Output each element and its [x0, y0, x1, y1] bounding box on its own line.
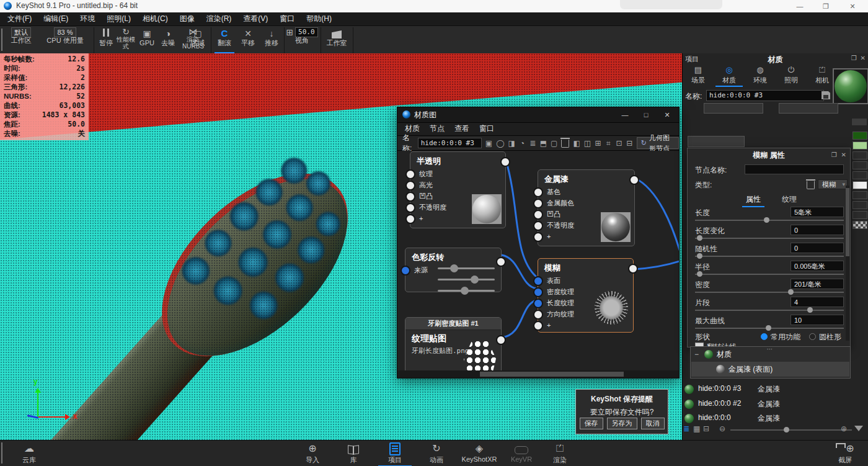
tab-properties[interactable]: 属性	[742, 193, 764, 207]
dolly-button[interactable]: ↓ 推移	[260, 27, 283, 53]
menu-edit[interactable]: 编辑(E)	[43, 14, 68, 24]
node-name-input[interactable]	[745, 164, 844, 174]
material-list-item[interactable]: hide:0:0:0 #3 金属漆	[682, 382, 868, 397]
input-port[interactable]	[533, 298, 543, 308]
ungroup-nodes-icon[interactable]: ◫	[584, 139, 591, 148]
output-port[interactable]	[628, 264, 638, 274]
field-slider[interactable]	[695, 274, 844, 275]
tree-item-material[interactable]: − 材质	[691, 347, 850, 362]
vertical-scrollbar[interactable]	[846, 186, 849, 341]
input-port[interactable]	[405, 203, 415, 213]
horizontal-scrollbar[interactable]	[397, 370, 679, 378]
tree-item-metallic-paint[interactable]: 金属漆 (表面)	[691, 362, 849, 377]
texture-node-icon[interactable]: ◨	[508, 139, 515, 148]
show-preview-icon[interactable]: ⊞	[595, 139, 601, 148]
field-input[interactable]: 0.005毫米	[790, 261, 844, 271]
field-input[interactable]: 4	[790, 297, 844, 307]
material-list-item[interactable]: hide:0:0:0 金属漆	[682, 411, 868, 426]
tab-lighting[interactable]: ⏻ 照明	[776, 65, 807, 86]
cancel-button[interactable]: 取消	[641, 418, 665, 429]
cloud-library-button[interactable]: ☁ 云库	[9, 441, 50, 466]
filter-icon[interactable]	[854, 426, 863, 436]
lock-icon[interactable]: ⬒	[540, 139, 547, 148]
shape-radio-cylinder[interactable]	[809, 333, 816, 340]
animation-node-icon[interactable]: ◔	[519, 139, 526, 148]
workspace-selector[interactable]: 默认 工作区	[5, 27, 37, 53]
float-panel-icon[interactable]: ❐	[831, 148, 837, 162]
input-port[interactable]	[533, 199, 543, 208]
menu-environment[interactable]: 环境	[80, 14, 95, 24]
menu-window[interactable]: 窗口	[280, 14, 294, 24]
color-swatch[interactable]	[852, 132, 867, 140]
color-swatch[interactable]	[852, 221, 867, 229]
input-port[interactable]	[533, 221, 543, 231]
keyshotxr-button[interactable]: ◈ KeyShotXR	[456, 441, 502, 466]
save-button[interactable]: 保存	[580, 418, 603, 429]
multi-material-button[interactable]	[779, 103, 838, 114]
menu-image[interactable]: 图像	[180, 14, 195, 24]
field-slider[interactable]	[695, 292, 844, 293]
geometry-node-button[interactable]: ↻ 几何图形节点	[637, 137, 679, 149]
delete-node-icon[interactable]	[807, 181, 815, 189]
color-swatch[interactable]	[852, 141, 867, 150]
cpu-usage-value[interactable]: 83 %	[54, 27, 76, 37]
save-material-icon[interactable]	[822, 91, 830, 99]
menu-file[interactable]: 文件(F)	[7, 14, 32, 24]
render-button[interactable]: ⏍ 渲染	[539, 441, 580, 466]
swatch-strip[interactable]	[852, 132, 867, 229]
restore-button[interactable]: ❐	[815, 0, 836, 12]
input-port[interactable]	[533, 232, 543, 242]
swatch-dropdown[interactable]	[851, 118, 867, 126]
close-button[interactable]: ✕	[658, 109, 676, 121]
mg-menu-node[interactable]: 节点	[430, 123, 445, 134]
cpu-usage-selector[interactable]: 83 % CPU 使用量	[38, 27, 92, 53]
input-port[interactable]	[533, 310, 543, 320]
menu-render[interactable]: 渲染(R)	[206, 14, 232, 24]
zoom-in-icon[interactable]: ⊕	[841, 424, 847, 433]
denoise-button[interactable]: ◑ 去噪	[158, 27, 178, 53]
keyvr-button[interactable]: KeyVR	[501, 441, 542, 466]
dock-drag-handle[interactable]	[1, 442, 2, 464]
menu-lighting[interactable]: 照明(L)	[107, 14, 131, 24]
save-as-button[interactable]: 另存为	[607, 418, 637, 429]
field-input[interactable]: 0	[790, 243, 844, 253]
delete-icon[interactable]	[561, 138, 569, 148]
type-dropdown[interactable]: 模糊	[818, 179, 848, 189]
minimize-button[interactable]: —	[789, 0, 810, 12]
output-port[interactable]	[500, 157, 510, 167]
list-view-icon[interactable]: ≣	[683, 424, 689, 433]
tab-material[interactable]: ◎ 材质	[714, 65, 745, 86]
scrollbar-thumb[interactable]	[846, 188, 849, 256]
color-swatch[interactable]	[852, 191, 867, 199]
material-list-item[interactable]: hide:0:0:0 #2 金属漆	[682, 397, 868, 411]
node-texture-map[interactable]: 牙刷密度贴图 #1 纹理贴图 牙刷长度贴图.png	[405, 317, 502, 370]
input-port[interactable]	[533, 276, 543, 286]
color-swatch[interactable]	[852, 211, 867, 219]
group-nodes-icon[interactable]: ◧	[573, 139, 580, 148]
field-input[interactable]: 5毫米	[790, 207, 844, 217]
region-button[interactable]: ▢ 区域	[188, 27, 208, 53]
zoom-out-icon[interactable]: ⊖	[719, 424, 725, 433]
node-fuzz[interactable]: 模糊 表面 密度纹理 长度纹理 方向纹理 +	[538, 258, 634, 333]
utility-node-icon[interactable]: ≣	[529, 139, 536, 148]
tab-scene[interactable]: ▤ 场景	[683, 65, 714, 86]
color-swatch[interactable]	[852, 181, 867, 189]
color-swatch[interactable]	[852, 201, 867, 209]
maximize-button[interactable]: □	[637, 109, 655, 121]
fov-control[interactable]: ⊞ 50.0 视角	[286, 27, 318, 53]
library-button[interactable]: 库	[333, 441, 374, 466]
node-canvas[interactable]: 半透明 纹理 高光 凹凸 不透明度 + 金属漆 基色 金属颜色 凹凸 不透明度 …	[397, 151, 679, 370]
tumble-button[interactable]: C 翻滚	[213, 27, 236, 53]
thumbnail-size-slider[interactable]	[730, 429, 852, 431]
node-color-invert[interactable]: 色彩反转 来源	[405, 248, 502, 292]
menu-view[interactable]: 查看(V)	[243, 14, 268, 24]
input-port[interactable]	[405, 181, 415, 190]
shape-radio-common[interactable]	[761, 333, 768, 340]
project-button[interactable]: 项目	[374, 441, 415, 466]
fit-view-icon[interactable]: ⊡	[616, 139, 622, 148]
field-slider[interactable]	[695, 220, 844, 221]
material-node-icon[interactable]: ◯	[496, 139, 504, 148]
studio-button[interactable]: 工作室	[323, 27, 350, 53]
save-icon[interactable]: ▣	[485, 139, 492, 148]
input-port[interactable]	[405, 192, 415, 202]
